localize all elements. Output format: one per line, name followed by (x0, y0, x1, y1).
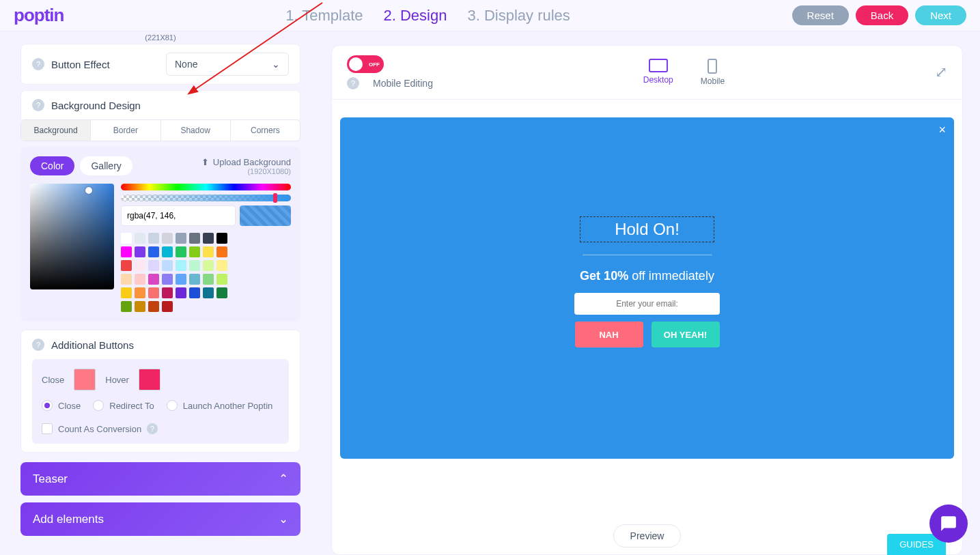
fullscreen-icon[interactable]: ⤢ (935, 63, 947, 81)
color-swatch[interactable] (216, 233, 227, 244)
color-swatch[interactable] (176, 260, 186, 271)
radio-launch[interactable]: Launch Another Poptin (167, 400, 273, 411)
radio-redirect[interactable]: Redirect To (93, 400, 154, 411)
chat-fab[interactable] (929, 504, 968, 543)
color-swatch[interactable] (148, 301, 159, 312)
desktop-icon (649, 59, 668, 72)
color-swatch[interactable] (189, 246, 200, 257)
help-icon[interactable]: ? (32, 58, 44, 70)
color-swatch[interactable] (135, 260, 145, 271)
color-swatch[interactable] (121, 287, 132, 298)
upload-background-link[interactable]: ⬆ Upload Background (1920X1080) (201, 157, 291, 175)
teaser-section[interactable]: Teaser ⌃ (20, 462, 300, 496)
popup-email-input[interactable] (574, 293, 720, 315)
chat-icon (940, 515, 957, 532)
logo: poptin (14, 5, 64, 26)
chevron-down-icon: ⌄ (272, 59, 280, 70)
color-swatch[interactable] (121, 246, 132, 257)
color-swatch[interactable] (162, 274, 173, 285)
color-swatch[interactable] (216, 260, 227, 271)
color-swatch[interactable] (135, 233, 145, 244)
hue-slider[interactable] (121, 184, 291, 190)
color-input[interactable] (121, 205, 236, 226)
color-swatch[interactable] (148, 260, 159, 271)
background-design-header: ? Background Design (20, 90, 300, 119)
color-swatch[interactable] (135, 287, 145, 298)
help-icon[interactable]: ? (32, 339, 44, 351)
color-swatch[interactable] (148, 287, 159, 298)
color-swatch[interactable] (162, 287, 173, 298)
mobile-editing-toggle[interactable]: OFF (347, 55, 384, 73)
viewport-mobile[interactable]: Mobile (701, 59, 725, 86)
color-swatch[interactable] (121, 274, 132, 285)
radio-close[interactable]: Close (42, 400, 81, 411)
tab-shadow[interactable]: Shadow (161, 120, 231, 141)
color-swatch[interactable] (148, 233, 159, 244)
background-tabs: Background Border Shadow Corners (20, 119, 300, 141)
viewport-desktop[interactable]: Desktop (643, 59, 673, 86)
color-swatch[interactable] (121, 301, 132, 312)
popup-title-element[interactable]: Hold On! (580, 216, 714, 242)
help-icon[interactable]: ? (347, 77, 359, 89)
add-elements-section[interactable]: Add elements ⌄ (20, 502, 300, 536)
button-effect-select[interactable]: None ⌄ (166, 53, 289, 76)
canvas-header: OFF ? Mobile Editing Desktop (332, 46, 962, 100)
color-swatch[interactable] (203, 287, 214, 298)
color-gradient-picker[interactable] (30, 184, 114, 289)
color-swatch[interactable] (135, 246, 145, 257)
color-swatch[interactable] (189, 287, 200, 298)
step-design[interactable]: 2. Design (384, 7, 447, 25)
color-swatch[interactable] (148, 246, 159, 257)
step-template[interactable]: 1. Template (285, 7, 363, 25)
step-display-rules[interactable]: 3. Display rules (467, 7, 570, 25)
color-swatch[interactable] (189, 260, 200, 271)
color-swatch[interactable] (203, 246, 214, 257)
color-swatch[interactable] (216, 246, 227, 257)
tab-border[interactable]: Border (91, 120, 160, 141)
color-swatch[interactable] (176, 233, 186, 244)
color-swatch[interactable] (203, 233, 214, 244)
back-button[interactable]: Back (856, 5, 908, 25)
button-effect-row: ? Button Effect None ⌄ (20, 44, 300, 85)
help-icon[interactable]: ? (32, 99, 44, 111)
color-swatch[interactable] (162, 260, 173, 271)
preview-button[interactable]: Preview (613, 524, 682, 547)
checkbox-count-conversion[interactable]: Count As Conversion? (42, 423, 158, 434)
additional-buttons-label: Additional Buttons (51, 339, 289, 351)
gradient-handle[interactable] (85, 187, 92, 194)
popup-close-button[interactable]: × (938, 123, 946, 137)
color-swatch[interactable] (135, 301, 145, 312)
next-button[interactable]: Next (915, 5, 966, 25)
color-swatch[interactable] (203, 274, 214, 285)
hover-color-swatch[interactable] (139, 369, 160, 390)
color-swatch[interactable] (162, 246, 173, 257)
color-swatch[interactable] (216, 274, 227, 285)
color-panel: Color Gallery ⬆ Upload Background (1920X… (20, 147, 300, 322)
close-color-swatch[interactable] (74, 369, 96, 390)
help-icon[interactable]: ? (147, 423, 158, 434)
color-swatch[interactable] (162, 233, 173, 244)
reset-button[interactable]: Reset (792, 5, 849, 25)
close-color-label: Close (42, 375, 64, 385)
color-swatch[interactable] (216, 287, 227, 298)
tab-background[interactable]: Background (21, 120, 91, 141)
tab-corners[interactable]: Corners (231, 120, 300, 141)
gallery-chip[interactable]: Gallery (80, 156, 132, 175)
color-chip[interactable]: Color (30, 156, 74, 175)
alpha-slider[interactable] (121, 195, 291, 201)
color-swatch[interactable] (176, 274, 186, 285)
color-swatch[interactable] (162, 301, 173, 312)
color-swatch[interactable] (148, 274, 159, 285)
color-swatch[interactable] (203, 260, 214, 271)
color-swatch[interactable] (176, 287, 186, 298)
color-swatch[interactable] (121, 260, 132, 271)
popup-subtitle[interactable]: Get 10% off immediately (580, 269, 714, 283)
hover-color-label: Hover (105, 375, 129, 385)
color-swatch[interactable] (135, 274, 145, 285)
popup-yeah-button[interactable]: OH YEAH! (652, 322, 720, 347)
popup-nah-button[interactable]: NAH (575, 322, 643, 347)
color-swatch[interactable] (121, 233, 132, 244)
color-swatch[interactable] (189, 274, 200, 285)
color-swatch[interactable] (176, 246, 186, 257)
color-swatch[interactable] (189, 233, 200, 244)
